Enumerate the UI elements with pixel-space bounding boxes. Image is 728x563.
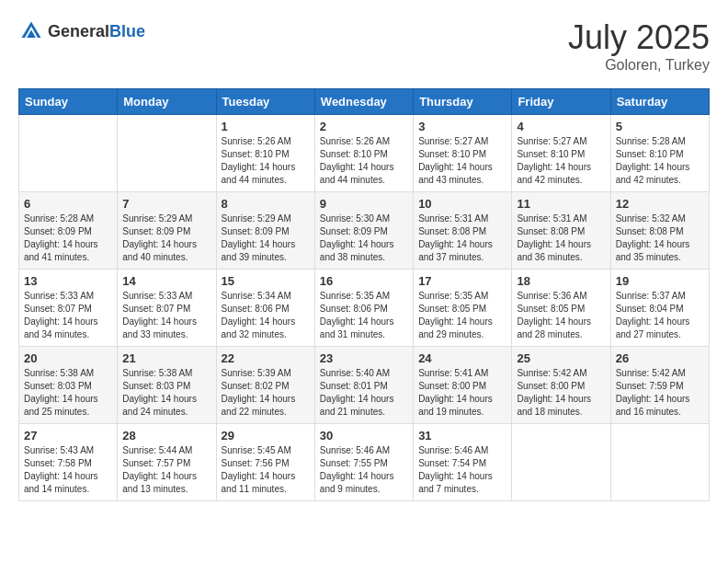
calendar-cell: 30Sunrise: 5:46 AM Sunset: 7:55 PM Dayli… — [314, 424, 413, 501]
day-number: 29 — [222, 429, 310, 442]
weekday-header-saturday: Saturday — [610, 89, 709, 115]
day-number: 20 — [24, 351, 112, 365]
month-title: July 2025 — [568, 18, 710, 57]
day-number: 6 — [24, 197, 112, 211]
day-number: 23 — [320, 351, 408, 365]
day-number: 18 — [517, 274, 605, 288]
calendar-cell: 8Sunrise: 5:29 AM Sunset: 8:09 PM Daylig… — [216, 192, 314, 270]
day-info: Sunrise: 5:34 AM Sunset: 8:06 PM Dayligh… — [222, 290, 310, 341]
day-info: Sunrise: 5:42 AM Sunset: 8:00 PM Dayligh… — [517, 367, 605, 419]
calendar-week-row: 20Sunrise: 5:38 AM Sunset: 8:03 PM Dayli… — [19, 347, 710, 424]
calendar-cell — [19, 115, 118, 192]
day-number: 15 — [222, 274, 310, 288]
logo-icon — [18, 18, 44, 44]
day-number: 21 — [122, 351, 210, 365]
location-subtitle: Goloren, Turkey — [568, 57, 710, 74]
day-info: Sunrise: 5:27 AM Sunset: 8:10 PM Dayligh… — [517, 135, 605, 187]
day-info: Sunrise: 5:29 AM Sunset: 8:09 PM Dayligh… — [222, 213, 310, 264]
calendar-cell: 7Sunrise: 5:29 AM Sunset: 8:09 PM Daylig… — [118, 192, 216, 270]
day-info: Sunrise: 5:28 AM Sunset: 8:10 PM Dayligh… — [616, 135, 704, 187]
day-info: Sunrise: 5:46 AM Sunset: 7:54 PM Dayligh… — [418, 444, 506, 496]
day-info: Sunrise: 5:46 AM Sunset: 7:55 PM Dayligh… — [320, 444, 408, 496]
day-info: Sunrise: 5:41 AM Sunset: 8:00 PM Dayligh… — [418, 367, 506, 419]
logo-general-text: General — [48, 22, 109, 41]
day-info: Sunrise: 5:28 AM Sunset: 8:09 PM Dayligh… — [24, 213, 112, 264]
logo: General Blue — [18, 18, 145, 44]
calendar-cell: 24Sunrise: 5:41 AM Sunset: 8:00 PM Dayli… — [414, 347, 512, 424]
calendar-week-row: 6Sunrise: 5:28 AM Sunset: 8:09 PM Daylig… — [19, 192, 710, 270]
calendar-cell: 23Sunrise: 5:40 AM Sunset: 8:01 PM Dayli… — [314, 347, 413, 424]
day-info: Sunrise: 5:37 AM Sunset: 8:04 PM Dayligh… — [616, 290, 704, 341]
calendar-cell: 28Sunrise: 5:44 AM Sunset: 7:57 PM Dayli… — [118, 424, 216, 501]
calendar-week-row: 13Sunrise: 5:33 AM Sunset: 8:07 PM Dayli… — [19, 270, 710, 347]
calendar-cell: 21Sunrise: 5:38 AM Sunset: 8:03 PM Dayli… — [118, 347, 216, 424]
calendar-cell: 26Sunrise: 5:42 AM Sunset: 7:59 PM Dayli… — [610, 347, 709, 424]
day-number: 30 — [320, 429, 408, 442]
calendar-cell: 31Sunrise: 5:46 AM Sunset: 7:54 PM Dayli… — [414, 424, 512, 501]
calendar-cell: 1Sunrise: 5:26 AM Sunset: 8:10 PM Daylig… — [216, 115, 314, 192]
day-info: Sunrise: 5:26 AM Sunset: 8:10 PM Dayligh… — [222, 135, 310, 187]
day-info: Sunrise: 5:31 AM Sunset: 8:08 PM Dayligh… — [517, 213, 605, 264]
title-block: July 2025 Goloren, Turkey — [568, 18, 710, 74]
day-number: 11 — [517, 197, 605, 211]
calendar-cell: 4Sunrise: 5:27 AM Sunset: 8:10 PM Daylig… — [512, 115, 610, 192]
day-number: 2 — [320, 120, 408, 133]
calendar-cell: 25Sunrise: 5:42 AM Sunset: 8:00 PM Dayli… — [512, 347, 610, 424]
day-number: 22 — [222, 351, 310, 365]
day-number: 26 — [616, 351, 704, 365]
weekday-header-tuesday: Tuesday — [216, 89, 314, 115]
day-number: 7 — [122, 197, 210, 211]
day-number: 9 — [320, 197, 408, 211]
calendar-cell: 17Sunrise: 5:35 AM Sunset: 8:05 PM Dayli… — [414, 270, 512, 347]
day-info: Sunrise: 5:27 AM Sunset: 8:10 PM Dayligh… — [418, 135, 506, 187]
day-number: 4 — [517, 120, 605, 133]
calendar-week-row: 1Sunrise: 5:26 AM Sunset: 8:10 PM Daylig… — [19, 115, 710, 192]
day-number: 24 — [418, 351, 506, 365]
calendar-cell: 3Sunrise: 5:27 AM Sunset: 8:10 PM Daylig… — [414, 115, 512, 192]
day-number: 3 — [418, 120, 506, 133]
logo-blue-text: Blue — [109, 22, 145, 41]
calendar-cell: 20Sunrise: 5:38 AM Sunset: 8:03 PM Dayli… — [19, 347, 118, 424]
day-info: Sunrise: 5:38 AM Sunset: 8:03 PM Dayligh… — [24, 367, 112, 419]
day-info: Sunrise: 5:44 AM Sunset: 7:57 PM Dayligh… — [122, 444, 210, 496]
calendar-cell — [512, 424, 610, 501]
day-info: Sunrise: 5:30 AM Sunset: 8:09 PM Dayligh… — [320, 213, 408, 264]
calendar-cell: 14Sunrise: 5:33 AM Sunset: 8:07 PM Dayli… — [118, 270, 216, 347]
day-number: 10 — [418, 197, 506, 211]
calendar-cell: 18Sunrise: 5:36 AM Sunset: 8:05 PM Dayli… — [512, 270, 610, 347]
weekday-header-thursday: Thursday — [414, 89, 512, 115]
day-info: Sunrise: 5:35 AM Sunset: 8:06 PM Dayligh… — [320, 290, 408, 341]
calendar-cell: 16Sunrise: 5:35 AM Sunset: 8:06 PM Dayli… — [314, 270, 413, 347]
day-number: 19 — [616, 274, 704, 288]
weekday-header-row: SundayMondayTuesdayWednesdayThursdayFrid… — [19, 89, 710, 115]
calendar-week-row: 27Sunrise: 5:43 AM Sunset: 7:58 PM Dayli… — [19, 424, 710, 501]
day-number: 12 — [616, 197, 704, 211]
calendar-cell: 9Sunrise: 5:30 AM Sunset: 8:09 PM Daylig… — [314, 192, 413, 270]
day-info: Sunrise: 5:38 AM Sunset: 8:03 PM Dayligh… — [122, 367, 210, 419]
day-info: Sunrise: 5:42 AM Sunset: 7:59 PM Dayligh… — [616, 367, 704, 419]
day-info: Sunrise: 5:43 AM Sunset: 7:58 PM Dayligh… — [24, 444, 112, 496]
weekday-header-friday: Friday — [512, 89, 610, 115]
calendar-cell: 15Sunrise: 5:34 AM Sunset: 8:06 PM Dayli… — [216, 270, 314, 347]
day-info: Sunrise: 5:33 AM Sunset: 8:07 PM Dayligh… — [24, 290, 112, 341]
day-number: 16 — [320, 274, 408, 288]
page-header: General Blue July 2025 Goloren, Turkey — [18, 18, 710, 74]
day-number: 1 — [222, 120, 310, 133]
calendar-cell — [118, 115, 216, 192]
day-info: Sunrise: 5:26 AM Sunset: 8:10 PM Dayligh… — [320, 135, 408, 187]
calendar-cell: 12Sunrise: 5:32 AM Sunset: 8:08 PM Dayli… — [610, 192, 709, 270]
calendar-cell: 22Sunrise: 5:39 AM Sunset: 8:02 PM Dayli… — [216, 347, 314, 424]
calendar-cell: 11Sunrise: 5:31 AM Sunset: 8:08 PM Dayli… — [512, 192, 610, 270]
calendar-cell — [610, 424, 709, 501]
day-info: Sunrise: 5:33 AM Sunset: 8:07 PM Dayligh… — [122, 290, 210, 341]
day-info: Sunrise: 5:45 AM Sunset: 7:56 PM Dayligh… — [222, 444, 310, 496]
day-info: Sunrise: 5:36 AM Sunset: 8:05 PM Dayligh… — [517, 290, 605, 341]
day-info: Sunrise: 5:32 AM Sunset: 8:08 PM Dayligh… — [616, 213, 704, 264]
day-number: 14 — [122, 274, 210, 288]
day-info: Sunrise: 5:35 AM Sunset: 8:05 PM Dayligh… — [418, 290, 506, 341]
day-info: Sunrise: 5:31 AM Sunset: 8:08 PM Dayligh… — [418, 213, 506, 264]
day-number: 25 — [517, 351, 605, 365]
calendar-cell: 29Sunrise: 5:45 AM Sunset: 7:56 PM Dayli… — [216, 424, 314, 501]
day-info: Sunrise: 5:29 AM Sunset: 8:09 PM Dayligh… — [122, 213, 210, 264]
calendar-cell: 19Sunrise: 5:37 AM Sunset: 8:04 PM Dayli… — [610, 270, 709, 347]
